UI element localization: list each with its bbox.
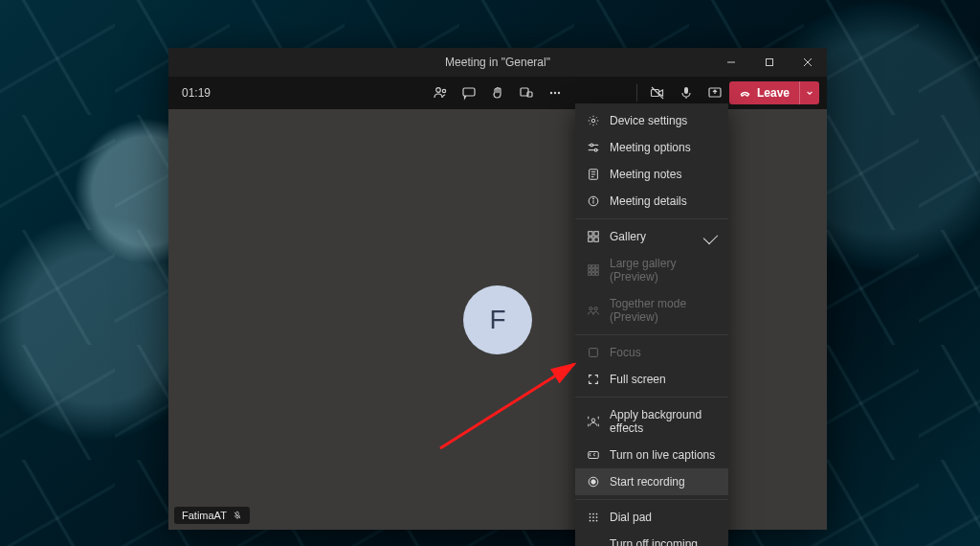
participant-name-pill: FatimaAT (174, 507, 250, 524)
menu-label: Large gallery (Preview) (610, 257, 717, 284)
chat-button[interactable] (455, 79, 483, 107)
svg-line-13 (652, 87, 663, 99)
svg-rect-1 (767, 59, 773, 66)
svg-point-54 (590, 513, 591, 515)
menu-focus: Focus (575, 339, 728, 366)
menu-label: Meeting details (610, 194, 687, 208)
menu-turn-off-incoming-video[interactable]: Turn off incoming video (575, 531, 728, 546)
meeting-timer: 01:19 (182, 86, 211, 100)
menu-label: Meeting options (610, 141, 691, 154)
breakout-rooms-button[interactable] (512, 79, 541, 107)
svg-rect-37 (589, 269, 591, 272)
toolbar-center (426, 79, 569, 107)
menu-label: Dial pad (610, 511, 652, 524)
svg-point-46 (591, 419, 595, 422)
menu-label: Turn off incoming video (610, 537, 717, 546)
menu-label: Apply background effects (610, 408, 717, 435)
svg-point-53 (591, 480, 595, 484)
svg-point-10 (554, 92, 556, 94)
menu-background-effects[interactable]: Apply background effects (575, 401, 728, 442)
menu-live-captions[interactable]: Turn on live captions (575, 442, 728, 468)
menu-large-gallery: Large gallery (Preview) (575, 250, 728, 290)
background-icon (587, 415, 600, 428)
raise-hand-button[interactable] (483, 79, 512, 107)
svg-rect-6 (463, 88, 475, 96)
more-actions-button[interactable] (541, 79, 569, 107)
gallery-icon (587, 230, 600, 243)
svg-rect-42 (596, 273, 599, 276)
menu-label: Focus (610, 346, 641, 359)
svg-point-44 (594, 307, 597, 310)
menu-separator (575, 334, 728, 335)
participant-avatar: F (463, 285, 532, 354)
menu-gallery[interactable]: Gallery (575, 223, 728, 250)
menu-separator (575, 397, 728, 398)
menu-separator (575, 499, 728, 500)
svg-rect-14 (684, 87, 688, 94)
svg-point-4 (436, 88, 441, 93)
menu-meeting-options[interactable]: Meeting options (575, 134, 728, 161)
leave-label: Leave (757, 86, 790, 100)
svg-point-18 (591, 119, 595, 123)
menu-separator (575, 218, 728, 219)
window-title: Meeting in "General" (445, 56, 550, 69)
large-gallery-icon (587, 263, 600, 277)
menu-device-settings[interactable]: Device settings (575, 107, 728, 134)
leave-button[interactable]: Leave (729, 81, 819, 104)
menu-label: Start recording (610, 475, 685, 489)
minimize-button[interactable] (712, 48, 750, 77)
maximize-button[interactable] (750, 48, 789, 77)
dialpad-icon (587, 511, 600, 524)
svg-rect-40 (589, 273, 591, 276)
svg-rect-41 (592, 273, 595, 276)
info-icon (587, 194, 600, 208)
hangup-icon (739, 87, 751, 100)
svg-point-55 (592, 513, 594, 515)
menu-meeting-details[interactable]: Meeting details (575, 188, 728, 215)
menu-label: Turn on live captions (610, 448, 715, 462)
svg-rect-30 (589, 232, 592, 236)
svg-rect-38 (592, 269, 595, 272)
focus-icon (587, 346, 600, 359)
svg-rect-31 (594, 232, 598, 236)
leave-button-main[interactable]: Leave (729, 81, 799, 104)
close-button[interactable] (789, 48, 827, 77)
menu-full-screen[interactable]: Full screen (575, 366, 728, 393)
svg-point-43 (590, 307, 592, 310)
sliders-icon (587, 141, 600, 154)
leave-chevron[interactable] (799, 81, 819, 104)
mic-muted-icon (233, 511, 242, 520)
window-controls (712, 48, 827, 77)
record-icon (587, 475, 600, 489)
svg-rect-45 (590, 349, 598, 357)
svg-rect-33 (594, 238, 598, 241)
svg-point-60 (590, 520, 591, 522)
menu-dial-pad[interactable]: Dial pad (575, 504, 728, 531)
svg-point-56 (596, 513, 598, 515)
more-actions-menu: Device settings Meeting options Meeting … (575, 103, 728, 546)
svg-rect-32 (589, 238, 592, 241)
menu-meeting-notes[interactable]: Meeting notes (575, 161, 728, 188)
menu-start-recording[interactable]: Start recording (575, 468, 728, 495)
svg-point-58 (592, 516, 594, 518)
participants-button[interactable] (426, 79, 455, 107)
svg-rect-39 (596, 269, 599, 272)
notes-icon (587, 168, 600, 181)
svg-point-61 (592, 520, 594, 522)
menu-label: Together mode (Preview) (610, 297, 717, 324)
title-bar: Meeting in "General" (168, 48, 827, 77)
svg-point-29 (592, 198, 593, 199)
menu-label: Meeting notes (610, 168, 681, 181)
together-icon (587, 304, 600, 317)
menu-label: Device settings (610, 114, 687, 127)
captions-icon (587, 448, 600, 462)
svg-point-9 (550, 92, 552, 94)
svg-point-22 (594, 148, 597, 151)
svg-rect-36 (596, 265, 599, 268)
svg-rect-35 (592, 265, 595, 268)
svg-point-21 (590, 144, 593, 147)
menu-together-mode: Together mode (Preview) (575, 290, 728, 330)
svg-point-59 (596, 516, 598, 518)
svg-point-5 (442, 89, 445, 92)
menu-label: Gallery (610, 230, 646, 243)
